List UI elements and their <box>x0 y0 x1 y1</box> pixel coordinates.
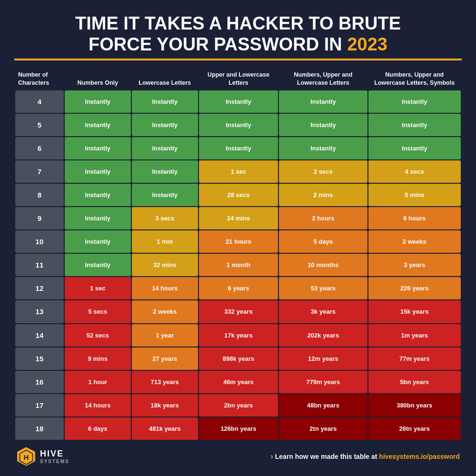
title-divider <box>14 59 462 60</box>
hive-brand-name: HIVE <box>40 449 69 459</box>
table-cell: 1m years <box>368 324 461 347</box>
table-cell: 14 hours <box>132 277 198 299</box>
cell-chars: 17 <box>15 394 64 416</box>
table-row: 135 secs2 weeks332 years3k years15k year… <box>15 300 461 323</box>
cell-chars: 15 <box>15 347 64 370</box>
table-cell: 6 hours <box>368 207 461 229</box>
table-cell: 1 month <box>199 254 278 276</box>
table-cell: Instantly <box>132 114 198 136</box>
table-cell: 15k years <box>368 300 461 323</box>
table-cell: Instantly <box>368 90 461 113</box>
table-cell: 5 days <box>279 230 367 253</box>
table-cell: 5bn years <box>368 371 461 393</box>
hive-logo: H HIVE SYSTEMS <box>16 446 69 466</box>
table-cell: 2tn years <box>279 417 367 440</box>
table-cell: 17k years <box>199 324 278 347</box>
cell-chars: 18 <box>15 417 64 440</box>
table-cell: Instantly <box>65 254 131 276</box>
table-cell: Instantly <box>65 114 131 136</box>
table-row: 7InstantlyInstantly1 sec2 secs4 secs <box>15 160 461 183</box>
table-cell: 3k years <box>279 300 367 323</box>
table-cell: Instantly <box>65 90 131 113</box>
page-title: TIME IT TAKES A HACKER TO BRUTE FORCE YO… <box>14 13 462 55</box>
table-cell: Instantly <box>199 114 278 136</box>
cell-chars: 9 <box>15 207 64 229</box>
table-row: 10Instantly1 min21 hours5 days2 weeks <box>15 230 461 253</box>
footer: H HIVE SYSTEMS › Learn how we made this … <box>14 446 462 466</box>
table-cell: 1 sec <box>199 160 278 183</box>
table-cell: 5 secs <box>65 300 131 323</box>
table-cell: Instantly <box>65 160 131 183</box>
table-row: 9Instantly3 secs24 mins2 hours6 hours <box>15 207 461 229</box>
table-cell: 4 secs <box>368 160 461 183</box>
table-cell: 779m years <box>279 371 367 393</box>
table-cell: 3 years <box>368 254 461 276</box>
table-row: 161 hour713 years46m years779m years5bn … <box>15 371 461 393</box>
table-cell: Instantly <box>132 160 198 183</box>
password-table: Number of Characters Numbers Only Lowerc… <box>14 67 462 441</box>
col-header-lowercase: Lowercase Letters <box>132 68 198 89</box>
table-row: 5InstantlyInstantlyInstantlyInstantlyIns… <box>15 114 461 136</box>
table-header-row: Number of Characters Numbers Only Lowerc… <box>15 68 461 89</box>
table-cell: 713 years <box>132 371 198 393</box>
col-header-num-upper-lower-sym: Numbers, Upper and Lowercase Letters, Sy… <box>368 68 461 89</box>
col-header-num-upper-lower: Numbers, Upper and Lowercase Letters <box>279 68 367 89</box>
cell-chars: 16 <box>15 371 64 393</box>
table-cell: 21 hours <box>199 230 278 253</box>
table-cell: Instantly <box>132 184 198 206</box>
table-cell: 2bn years <box>199 394 278 416</box>
table-row: 121 sec14 hours6 years53 years226 years <box>15 277 461 299</box>
table-cell: Instantly <box>368 114 461 136</box>
table-cell: 24 mins <box>199 207 278 229</box>
table-cell: 12m years <box>279 347 367 370</box>
footer-cta-link[interactable]: hivesystems.io/password <box>379 453 460 460</box>
table-cell: 1 hour <box>65 371 131 393</box>
cell-chars: 14 <box>15 324 64 347</box>
table-cell: Instantly <box>65 207 131 229</box>
main-container: TIME IT TAKES A HACKER TO BRUTE FORCE YO… <box>0 0 476 476</box>
table-cell: 1 sec <box>65 277 131 299</box>
table-cell: 6 years <box>199 277 278 299</box>
col-header-numbers: Numbers Only <box>65 68 131 89</box>
title-line1: TIME IT TAKES A HACKER TO BRUTE <box>14 13 462 34</box>
cell-chars: 10 <box>15 230 64 253</box>
cell-chars: 5 <box>15 114 64 136</box>
cell-chars: 4 <box>15 90 64 113</box>
table-cell: 202k years <box>279 324 367 347</box>
cell-chars: 7 <box>15 160 64 183</box>
table-cell: Instantly <box>65 230 131 253</box>
footer-cta: › Learn how we made this table at hivesy… <box>271 452 460 461</box>
table-cell: 2 hours <box>279 207 367 229</box>
table-row: 4InstantlyInstantlyInstantlyInstantlyIns… <box>15 90 461 113</box>
table-cell: Instantly <box>65 184 131 206</box>
svg-text:H: H <box>24 453 29 461</box>
table-cell: 48bn years <box>279 394 367 416</box>
table-cell: 26tn years <box>368 417 461 440</box>
table-cell: 2 weeks <box>132 300 198 323</box>
table-cell: 380bn years <box>368 394 461 416</box>
table-cell: 77m years <box>368 347 461 370</box>
table-cell: 898k years <box>199 347 278 370</box>
table-cell: 332 years <box>199 300 278 323</box>
table-cell: 53 years <box>279 277 367 299</box>
table-cell: 6 days <box>65 417 131 440</box>
table-cell: Instantly <box>279 137 367 159</box>
table-cell: Instantly <box>132 137 198 159</box>
table-cell: 2 secs <box>279 160 367 183</box>
footer-cta-text: Learn how we made this table at <box>275 453 379 460</box>
table-cell: 32 mins <box>132 254 198 276</box>
table-cell: 2 weeks <box>368 230 461 253</box>
table-cell: Instantly <box>199 137 278 159</box>
table-cell: 46m years <box>199 371 278 393</box>
cell-chars: 11 <box>15 254 64 276</box>
table-cell: 27 years <box>132 347 198 370</box>
table-row: 159 mins27 years898k years12m years77m y… <box>15 347 461 370</box>
title-line2: FORCE YOUR PASSWORD IN 2023 <box>14 34 462 55</box>
table-cell: 1 min <box>132 230 198 253</box>
table-cell: 18k years <box>132 394 198 416</box>
table-cell: 481k years <box>132 417 198 440</box>
table-cell: Instantly <box>368 137 461 159</box>
cell-chars: 13 <box>15 300 64 323</box>
table-cell: 14 hours <box>65 394 131 416</box>
table-cell: Instantly <box>279 90 367 113</box>
